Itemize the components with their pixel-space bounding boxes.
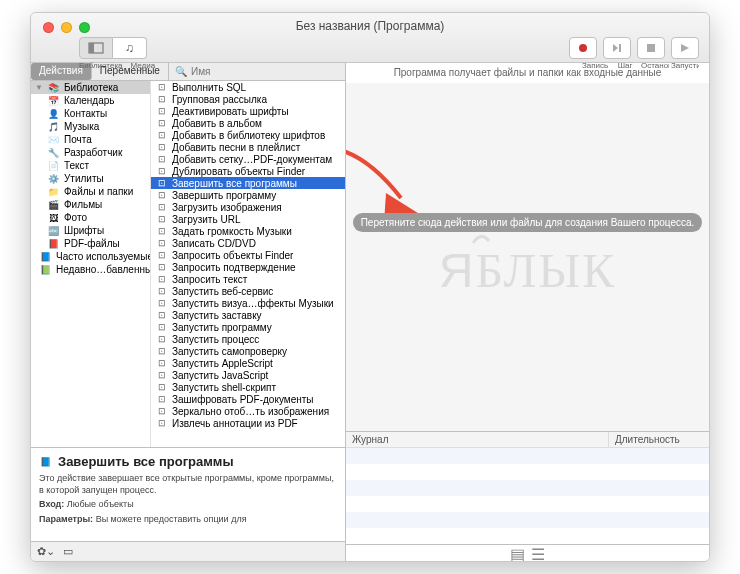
action-item[interactable]: ⊡Запустить JavaScript <box>151 369 345 381</box>
category-item[interactable]: 📕PDF-файлы <box>31 237 150 250</box>
action-item[interactable]: ⊡Запустить AppleScript <box>151 357 345 369</box>
category-item[interactable]: 📅Календарь <box>31 94 150 107</box>
action-label: Добавить сетку…PDF-документам <box>172 154 332 165</box>
action-item[interactable]: ⊡Запросить подтверждение <box>151 261 345 273</box>
action-item[interactable]: ⊡Задать громкость Музыки <box>151 225 345 237</box>
info-params-label: Параметры: <box>39 514 93 524</box>
toggle-info-icon[interactable]: ▭ <box>63 545 73 558</box>
action-label: Запустить самопроверку <box>172 346 287 357</box>
action-icon: ⊡ <box>155 202 168 213</box>
action-label: Добавить песни в плейлист <box>172 142 300 153</box>
category-label: Текст <box>64 160 89 171</box>
action-label: Завершить программу <box>172 190 276 201</box>
category-item[interactable]: ✉️Почта <box>31 133 150 146</box>
action-item[interactable]: ⊡Завершить все программы <box>151 177 345 189</box>
log-row <box>346 496 709 512</box>
category-label: Библиотека <box>64 82 118 93</box>
content-area: Действия Переменные 🔍 ▼📚Библиотека📅Кален… <box>31 63 709 561</box>
action-item[interactable]: ⊡Добавить песни в плейлист <box>151 141 345 153</box>
action-item[interactable]: ⊡Добавить в библиотеку шрифтов <box>151 129 345 141</box>
action-label: Извлечь аннотации из PDF <box>172 418 298 429</box>
workflow-canvas[interactable]: Перетяните сюда действия или файлы для с… <box>346 83 709 431</box>
action-item[interactable]: ⊡Запросить текст <box>151 273 345 285</box>
action-label: Запустить программу <box>172 322 272 333</box>
action-item[interactable]: ⊡Запустить программу <box>151 321 345 333</box>
action-column[interactable]: ⊡Выполнить SQL⊡Групповая рассылка⊡Деакти… <box>151 81 345 447</box>
action-item[interactable]: ⊡Зеркально отоб…ть изображения <box>151 405 345 417</box>
category-label: PDF-файлы <box>64 238 120 249</box>
category-icon: 📁 <box>47 186 60 197</box>
action-item[interactable]: ⊡Завершить программу <box>151 189 345 201</box>
category-label: Недавно…бавленные <box>56 264 150 275</box>
stop-button[interactable] <box>637 37 665 59</box>
watermark: ЯБЛЫК <box>439 243 616 298</box>
category-item[interactable]: 📘Часто используемые <box>31 250 150 263</box>
action-item[interactable]: ⊡Запустить shell-скрипт <box>151 381 345 393</box>
action-item[interactable]: ⊡Запустить заставку <box>151 309 345 321</box>
log-col-journal[interactable]: Журнал <box>346 432 609 447</box>
action-item[interactable]: ⊡Запустить самопроверку <box>151 345 345 357</box>
action-item[interactable]: ⊡Групповая рассылка <box>151 93 345 105</box>
category-item[interactable]: ⚙️Утилиты <box>31 172 150 185</box>
info-description: Это действие завершает все открытые прог… <box>39 473 337 496</box>
category-column[interactable]: ▼📚Библиотека📅Календарь👤Контакты🎵Музыка✉️… <box>31 81 151 447</box>
category-icon: 📄 <box>47 160 60 171</box>
record-button[interactable] <box>569 37 597 59</box>
run-button[interactable] <box>671 37 699 59</box>
category-label: Часто используемые <box>56 251 150 262</box>
category-item[interactable]: ▼📚Библиотека <box>31 81 150 94</box>
search-input[interactable] <box>191 66 339 77</box>
category-item[interactable]: 📗Недавно…бавленные <box>31 263 150 276</box>
action-label: Зашифровать PDF-документы <box>172 394 314 405</box>
action-item[interactable]: ⊡Зашифровать PDF-документы <box>151 393 345 405</box>
info-title: Завершить все программы <box>58 454 234 469</box>
category-icon: 🖼 <box>47 212 60 223</box>
category-label: Разработчик <box>64 147 122 158</box>
category-item[interactable]: 🔤Шрифты <box>31 224 150 237</box>
action-label: Запросить объекты Finder <box>172 250 293 261</box>
category-item[interactable]: 🎬Фильмы <box>31 198 150 211</box>
action-icon: ⊡ <box>155 406 168 417</box>
action-item[interactable]: ⊡Добавить в альбом <box>151 117 345 129</box>
log-footer: ▤ ☰ <box>346 544 709 561</box>
gear-icon[interactable]: ✿⌄ <box>37 545 55 558</box>
action-item[interactable]: ⊡Запустить веб-сервис <box>151 285 345 297</box>
search-field[interactable]: 🔍 <box>169 63 345 80</box>
music-note-icon: ♫ <box>125 41 134 55</box>
action-label: Запустить веб-сервис <box>172 286 273 297</box>
log-body <box>346 448 709 544</box>
log-row <box>346 448 709 464</box>
action-item[interactable]: ⊡Деактивировать шрифты <box>151 105 345 117</box>
action-item[interactable]: ⊡Извлечь аннотации из PDF <box>151 417 345 429</box>
action-item[interactable]: ⊡Загрузить URL <box>151 213 345 225</box>
action-item[interactable]: ⊡Запустить визуа…ффекты Музыки <box>151 297 345 309</box>
action-item[interactable]: ⊡Загрузить изображения <box>151 201 345 213</box>
action-item[interactable]: ⊡Добавить сетку…PDF-документам <box>151 153 345 165</box>
category-item[interactable]: 📁Файлы и папки <box>31 185 150 198</box>
category-item[interactable]: 👤Контакты <box>31 107 150 120</box>
log-col-duration[interactable]: Длительность <box>609 432 709 447</box>
action-icon: ⊡ <box>155 286 168 297</box>
category-item[interactable]: 🖼Фото <box>31 211 150 224</box>
action-item[interactable]: ⊡Запустить процесс <box>151 333 345 345</box>
action-label: Добавить в альбом <box>172 118 262 129</box>
log-view-icon[interactable]: ▤ <box>510 545 525 561</box>
action-item[interactable]: ⊡Выполнить SQL <box>151 81 345 93</box>
category-item[interactable]: 🎵Музыка <box>31 120 150 133</box>
action-icon: ⊡ <box>155 310 168 321</box>
category-item[interactable]: 🔧Разработчик <box>31 146 150 159</box>
step-button[interactable] <box>603 37 631 59</box>
action-icon: ⊡ <box>155 322 168 333</box>
action-item[interactable]: ⊡Запросить объекты Finder <box>151 249 345 261</box>
info-input-label: Вход: <box>39 499 64 509</box>
action-item[interactable]: ⊡Дублировать объекты Finder <box>151 165 345 177</box>
action-icon: ⊡ <box>155 154 168 165</box>
category-item[interactable]: 📄Текст <box>31 159 150 172</box>
media-view-button[interactable]: ♫ <box>113 37 147 59</box>
action-item[interactable]: ⊡Записать CD/DVD <box>151 237 345 249</box>
category-icon: 📚 <box>47 82 60 93</box>
action-icon: ⊡ <box>155 394 168 405</box>
library-view-button[interactable] <box>79 37 113 59</box>
log-alt-view-icon[interactable]: ☰ <box>531 545 545 561</box>
action-label: Запустить заставку <box>172 310 262 321</box>
